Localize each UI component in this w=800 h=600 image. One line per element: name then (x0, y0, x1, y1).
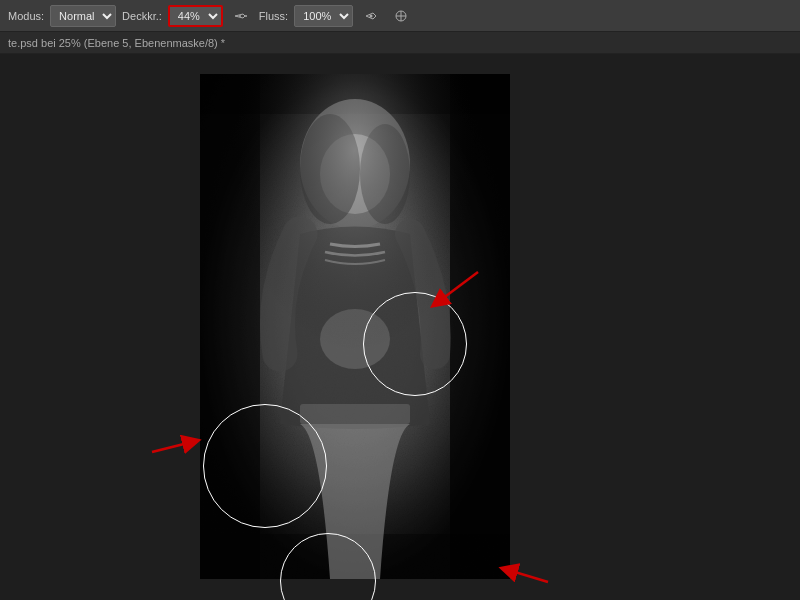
deckkr-select[interactable]: 44% (168, 5, 223, 27)
main-toolbar: Modus: Normal Deckkr.: 44% Fluss: 100% (0, 0, 800, 32)
fluss-select[interactable]: 100% (294, 5, 353, 27)
svg-point-2 (370, 14, 373, 17)
modus-label: Modus: (8, 10, 44, 22)
brush-circle-middle (363, 292, 467, 396)
fluss-label: Fluss: (259, 10, 288, 22)
svg-line-23 (508, 570, 548, 582)
deckkr-label: Deckkr.: (122, 10, 162, 22)
extra-icon[interactable] (389, 6, 413, 26)
brush-circle-left (203, 404, 327, 528)
canvas-area (0, 54, 800, 600)
document-title-bar: te.psd bei 25% (Ebene 5, Ebenenmaske/8) … (0, 32, 800, 54)
document-title: te.psd bei 25% (Ebene 5, Ebenenmaske/8) … (8, 37, 225, 49)
photo-canvas (200, 74, 510, 579)
airbrush-icon[interactable] (229, 6, 253, 26)
svg-line-22 (152, 442, 192, 452)
svg-point-1 (239, 15, 241, 17)
modus-select[interactable]: Normal (50, 5, 116, 27)
pressure-icon[interactable] (359, 6, 383, 26)
